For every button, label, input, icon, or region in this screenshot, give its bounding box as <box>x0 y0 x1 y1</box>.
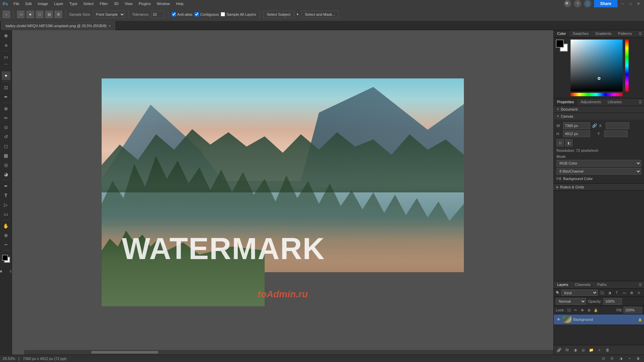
layer-fx-btn[interactable]: fx <box>564 347 571 353</box>
history-brush-tool[interactable]: ↺ <box>2 132 10 141</box>
menu-type[interactable]: Type <box>67 1 80 6</box>
more-tools-btn[interactable]: ••• <box>2 240 10 249</box>
tab-paths[interactable]: Paths <box>594 281 610 288</box>
marquee-tool[interactable]: ▭ <box>2 53 10 61</box>
canvas-size-icon-btn[interactable]: ⊡ <box>556 139 564 146</box>
layer-adjustment-btn[interactable]: ◎ <box>580 347 587 353</box>
hand-tool[interactable]: ✋ <box>2 222 10 230</box>
lock-transparent-icon[interactable]: ⬛ <box>566 307 572 313</box>
gradient-tool[interactable]: ▦ <box>2 151 10 160</box>
path-selection-tool[interactable]: ▷ <box>2 200 10 209</box>
layer-link-btn[interactable]: 🔗 <box>556 347 562 353</box>
eraser-tool[interactable]: ◻ <box>2 142 10 150</box>
document-section-header[interactable]: ▼ Document <box>554 106 644 113</box>
clone-tool[interactable]: ⊙ <box>2 123 10 132</box>
share-button[interactable]: Share <box>594 0 617 8</box>
layer-mask-btn[interactable]: ◑ <box>572 347 579 353</box>
layer-new-btn[interactable]: + <box>596 347 603 353</box>
contiguous-checkbox[interactable] <box>195 12 199 16</box>
shape-tool[interactable]: ▭ <box>2 210 10 219</box>
hue-vertical-bar[interactable] <box>625 40 629 92</box>
layer-item-background[interactable]: 👁 Background 🔒 <box>554 314 644 325</box>
move-tool[interactable]: ✥ <box>2 32 10 40</box>
magic-wand-tool[interactable]: ✦ <box>2 71 10 80</box>
layer-name[interactable]: Background <box>573 317 637 321</box>
layer-visibility-toggle[interactable]: 👁 <box>556 317 561 322</box>
crop-tool[interactable]: ⊡ <box>2 83 10 92</box>
tab-libraries[interactable]: Libraries <box>604 99 625 106</box>
user-icon[interactable]: 👤 <box>584 0 591 7</box>
maximize-icon[interactable]: □ <box>628 2 633 6</box>
select-subject-btn[interactable]: Select Subject <box>263 11 294 18</box>
bits-select[interactable]: 8 Bits/Channel <box>556 168 641 175</box>
status-new-icon[interactable]: + <box>627 356 633 362</box>
menu-edit[interactable]: Edit <box>23 1 35 6</box>
help-icon[interactable]: ? <box>574 0 581 7</box>
blend-mode-select[interactable]: Normal <box>556 298 586 305</box>
anti-alias-checkbox[interactable] <box>172 12 176 16</box>
sample-all-layers-checkbox[interactable] <box>221 12 225 16</box>
timeline-icon[interactable]: ⊡ <box>600 356 606 362</box>
layers-filter-type-icon[interactable]: T <box>614 290 620 296</box>
canvas-section-header[interactable]: ▼ Canvas <box>554 113 644 120</box>
menu-window[interactable]: Window <box>154 1 172 6</box>
link-chain-icon[interactable]: 🔗 <box>592 123 597 128</box>
menu-filter[interactable]: Filter <box>97 1 110 6</box>
select-mask-btn[interactable]: Select and Mask... <box>301 11 339 18</box>
fx-icon[interactable]: fx <box>609 356 615 362</box>
screen-mode-btn[interactable]: ⊡ <box>7 267 12 276</box>
hue-slider[interactable] <box>571 93 623 96</box>
dodge-tool[interactable]: ◕ <box>2 170 10 179</box>
quick-mask-btn[interactable]: ◉ <box>0 267 5 276</box>
type-tool[interactable]: T <box>2 191 10 200</box>
layers-panel-menu-icon[interactable]: ☰ <box>637 281 644 288</box>
tool-mode-1[interactable]: ▭ <box>17 11 24 18</box>
y-input[interactable] <box>604 130 628 137</box>
pen-tool[interactable]: ✒ <box>2 182 10 190</box>
menu-file[interactable]: File <box>11 1 22 6</box>
layers-filter-on-icon[interactable]: ◎ <box>636 290 642 296</box>
tool-mode-5[interactable]: ⊞ <box>55 11 62 18</box>
lock-all-icon[interactable]: 🔒 <box>593 307 599 313</box>
menu-3d[interactable]: 3D <box>111 1 121 6</box>
h-scrollbar-thumb[interactable] <box>91 351 158 354</box>
tool-home-btn[interactable]: ⌂ <box>3 11 10 18</box>
fill-input[interactable] <box>624 307 642 313</box>
layer-delete-btn[interactable]: 🗑 <box>604 347 611 353</box>
layer-group-btn[interactable]: 📁 <box>588 347 595 353</box>
layers-kind-filter[interactable]: Kind <box>561 290 598 296</box>
color-panel-menu-icon[interactable]: ☰ <box>637 30 644 37</box>
menu-view[interactable]: View <box>122 1 136 6</box>
blur-tool[interactable]: ◎ <box>2 161 10 169</box>
tab-color[interactable]: Color <box>554 30 569 37</box>
menu-image[interactable]: Image <box>35 1 51 6</box>
menu-plugins[interactable]: Plugins <box>136 1 153 6</box>
search-icon[interactable]: 🔍 <box>564 0 571 7</box>
color-mode-select[interactable]: RGB Color <box>556 160 641 167</box>
document-tab[interactable]: bailey-zindel-NRQV-h8F10M-unsplash.png @… <box>1 21 115 30</box>
tolerance-input[interactable] <box>151 11 165 18</box>
rulers-grids-header[interactable]: ▶ Rulers & Grids <box>554 184 644 190</box>
properties-panel-menu-icon[interactable]: ☰ <box>637 99 644 106</box>
layers-filter-pixel-icon[interactable]: ⬛ <box>599 290 605 296</box>
layers-filter-adjustment-icon[interactable]: ◑ <box>606 290 612 296</box>
fg-color-swatch[interactable] <box>556 40 564 48</box>
width-input[interactable] <box>563 122 590 129</box>
foreground-color-box[interactable] <box>2 255 8 261</box>
height-input[interactable] <box>563 130 590 137</box>
x-input[interactable] <box>606 122 629 129</box>
menu-layer[interactable]: Layer <box>51 1 66 6</box>
lasso-tool[interactable]: ⌒ <box>2 62 10 71</box>
status-delete-icon[interactable]: 🗑 <box>635 356 641 362</box>
color-saturation-field[interactable] <box>571 40 623 92</box>
tab-close-btn[interactable]: × <box>109 24 111 28</box>
tool-mode-2[interactable]: ■ <box>26 11 34 18</box>
canvas-image[interactable]: WATERMARK toAdmin.ru <box>102 78 464 306</box>
tab-adjustments[interactable]: Adjustments <box>577 99 604 106</box>
minimize-icon[interactable]: ─ <box>620 2 626 6</box>
menu-help[interactable]: Help <box>173 1 186 6</box>
close-icon[interactable]: ✕ <box>636 2 641 6</box>
tab-properties[interactable]: Properties <box>554 99 577 106</box>
tab-swatches[interactable]: Swatches <box>569 30 592 37</box>
healing-tool[interactable]: ⊕ <box>2 104 10 113</box>
